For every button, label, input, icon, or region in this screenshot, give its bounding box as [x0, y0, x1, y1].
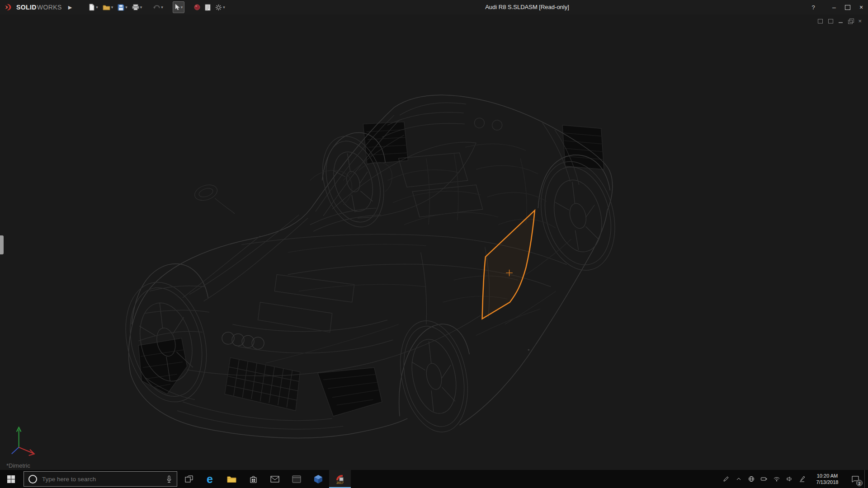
- app-icon-window[interactable]: [286, 470, 307, 488]
- app-icon-solidworks[interactable]: 2017: [329, 470, 351, 488]
- ds-logo-icon: [4, 3, 14, 11]
- tray-network-button[interactable]: [745, 470, 758, 488]
- app-icon-cube[interactable]: [307, 470, 329, 488]
- clock-time: 10:20 AM: [817, 473, 838, 479]
- taskbar: e 2017: [0, 470, 868, 488]
- graphics-area[interactable]: × *Dimetric: [0, 14, 868, 470]
- app-icon-mail[interactable]: [264, 470, 286, 488]
- open-folder-icon: [103, 4, 110, 10]
- tray-volume-button[interactable]: [783, 470, 796, 488]
- new-document-button[interactable]: ▾: [87, 2, 99, 13]
- brand-works-text: WORKS: [37, 4, 62, 11]
- panel-flyout-tab[interactable]: [0, 235, 4, 254]
- doc-pane-icon[interactable]: [828, 19, 833, 23]
- svg-text:2017: 2017: [336, 481, 344, 484]
- dropdown-arrow-icon[interactable]: ▾: [223, 5, 225, 9]
- document-title: Audi R8 S.SLDASM [Read-only]: [485, 0, 569, 14]
- tray-ink-button[interactable]: [796, 470, 808, 488]
- taskbar-search[interactable]: [24, 471, 177, 487]
- tray-battery-button[interactable]: [758, 470, 770, 488]
- new-document-icon: [89, 4, 95, 11]
- save-icon: [118, 4, 124, 11]
- pen-icon: [722, 475, 730, 483]
- solidworks-window: SOLID WORKS ▶ ▾ ▾ ▾ ▾ ▾: [0, 0, 868, 488]
- options-button[interactable]: ▾: [214, 2, 226, 13]
- select-cursor-icon: [175, 4, 180, 11]
- selected-face[interactable]: [482, 211, 535, 319]
- stylus-icon: [798, 475, 806, 483]
- doc-restore-icon[interactable]: [848, 20, 853, 24]
- folder-icon: [227, 475, 236, 483]
- view-orientation-label: *Dimetric: [6, 462, 30, 469]
- clock-date: 7/13/2018: [816, 479, 839, 485]
- task-view-icon: [185, 475, 193, 483]
- dropdown-arrow-icon[interactable]: ▾: [96, 5, 98, 9]
- windows-logo-icon: [7, 475, 15, 483]
- doc-minimize-icon[interactable]: [839, 22, 843, 23]
- appearance-button[interactable]: [193, 2, 202, 13]
- solidworks-app-icon: 2017: [335, 474, 345, 484]
- maximize-button[interactable]: [841, 0, 854, 14]
- solidworks-logo: SOLID WORKS: [0, 3, 62, 11]
- brand-solid-text: SOLID: [16, 4, 37, 11]
- mail-envelope-icon: [270, 476, 279, 483]
- start-button[interactable]: [0, 470, 22, 488]
- wifi-icon: [773, 475, 780, 483]
- battery-icon: [760, 475, 768, 483]
- gear-icon: [215, 4, 222, 11]
- print-icon: [132, 4, 139, 10]
- close-button[interactable]: ×: [854, 0, 868, 14]
- open-button[interactable]: ▾: [101, 2, 115, 13]
- maximize-icon: [845, 5, 850, 10]
- notification-badge: 2: [856, 480, 863, 486]
- car-wireframe: [114, 95, 626, 438]
- doc-pane-icon[interactable]: [818, 19, 823, 23]
- quick-access-toolbar: ▾ ▾ ▾ ▾ ▾ ▾: [87, 1, 226, 13]
- save-button[interactable]: ▾: [116, 2, 129, 13]
- edge-icon: e: [207, 474, 213, 485]
- cortana-icon: [28, 475, 37, 483]
- dropdown-arrow-icon[interactable]: ▾: [181, 5, 183, 9]
- appearance-sphere-icon: [194, 4, 200, 10]
- help-button[interactable]: ?: [807, 0, 820, 14]
- microphone-icon[interactable]: [166, 475, 172, 483]
- undo-icon: [153, 5, 160, 10]
- audi-rings: [222, 332, 264, 349]
- car-wireframe-canvas: [0, 14, 868, 470]
- search-input[interactable]: [41, 475, 162, 483]
- dropdown-arrow-icon[interactable]: ▾: [125, 5, 127, 9]
- properties-button[interactable]: [203, 2, 212, 13]
- minimize-button[interactable]: –: [827, 0, 841, 14]
- action-center-button[interactable]: 2: [846, 470, 864, 488]
- dropdown-arrow-icon[interactable]: ▾: [161, 5, 163, 9]
- document-window-controls: ×: [818, 18, 862, 24]
- dropdown-arrow-icon[interactable]: ▾: [111, 5, 113, 9]
- print-button[interactable]: ▾: [131, 2, 144, 13]
- globe-icon: [748, 475, 755, 483]
- titlebar: SOLID WORKS ▶ ▾ ▾ ▾ ▾ ▾: [0, 0, 868, 14]
- properties-document-icon: [205, 4, 211, 11]
- select-tool-button[interactable]: ▾: [173, 1, 185, 13]
- app-icon-file-explorer[interactable]: [221, 470, 242, 488]
- undo-button[interactable]: ▾: [151, 2, 165, 13]
- store-bag-icon: [249, 475, 258, 483]
- app-icon-edge[interactable]: e: [199, 470, 221, 488]
- tray-wifi-button[interactable]: [770, 470, 783, 488]
- volume-icon: [786, 475, 793, 483]
- show-desktop-button[interactable]: [864, 470, 868, 488]
- cube-3d-icon: [313, 474, 323, 484]
- chevron-up-icon: [735, 475, 742, 483]
- toolbar-flyout-arrow[interactable]: ▶: [68, 5, 72, 10]
- app-window-icon: [292, 475, 301, 483]
- app-icon-store[interactable]: [242, 470, 264, 488]
- tray-pen-button[interactable]: [720, 470, 732, 488]
- dropdown-arrow-icon[interactable]: ▾: [140, 5, 142, 9]
- doc-close-icon[interactable]: ×: [858, 18, 862, 24]
- window-controls: ? – ×: [807, 0, 868, 14]
- taskbar-clock[interactable]: 10:20 AM 7/13/2018: [808, 470, 846, 488]
- tray-hidden-icons-button[interactable]: [732, 470, 745, 488]
- task-view-button[interactable]: [179, 470, 199, 488]
- orientation-triad: [12, 427, 34, 455]
